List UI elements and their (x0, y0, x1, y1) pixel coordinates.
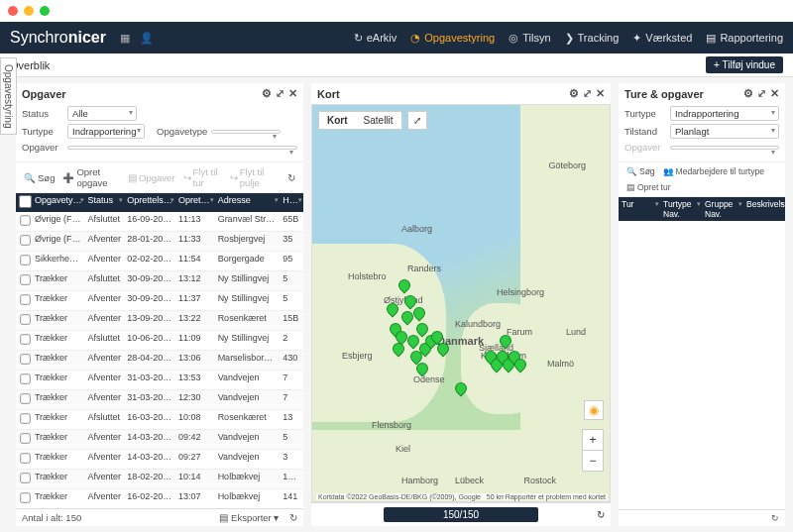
map-attribution-left: Kortdata ©2022 GeoBasis-DE/BKG (©2009), … (316, 493, 508, 500)
r-col-tur[interactable]: Tur (619, 197, 660, 221)
grid-icon[interactable]: ▦ (120, 32, 130, 45)
table-row[interactable]: TrækkerAfventer14-03-202209:42Vandvejen5 (16, 430, 303, 450)
settings-icon[interactable]: ⚙ (569, 87, 579, 100)
zoom-in-button[interactable]: + (583, 430, 603, 451)
ture-panel: Ture & opgaver ⚙ ⤢ ✕ Turtype Indrapporte… (619, 83, 785, 526)
nav-værksted[interactable]: ✦Værksted (632, 32, 692, 45)
r-assign-button[interactable]: 👥 Medarbejdere til turtype (661, 165, 766, 177)
table-row[interactable]: Øvrige (Foreb.Afventer28-01-202211:33Ros… (16, 232, 303, 252)
table-row[interactable]: TrækkerAfventer18-02-202210:14Holbækvej1… (16, 470, 303, 489)
r-turtype-select[interactable]: Indrapportering (670, 106, 779, 121)
label-lund: Lund (566, 327, 586, 337)
opgaver-select[interactable] (67, 146, 297, 150)
refresh-footer-icon[interactable]: ↻ (289, 512, 297, 523)
satellite-mode-button[interactable]: Satellit (356, 112, 401, 129)
close-icon[interactable]: ✕ (288, 87, 297, 100)
add-window-button[interactable]: + Tilføj vindue (706, 56, 783, 73)
row-checkbox[interactable] (20, 473, 30, 482)
row-checkbox[interactable] (20, 492, 30, 502)
row-checkbox[interactable] (20, 294, 30, 304)
turtype-select[interactable]: Indrapportering (67, 124, 145, 139)
table-row[interactable]: TrækkerAfventer16-02-202213:07Holbækvej1… (16, 489, 303, 508)
map-type-switch[interactable]: Kort Satellit (318, 111, 402, 130)
row-checkbox[interactable] (20, 314, 30, 324)
opgavetype-select[interactable] (211, 130, 281, 134)
nav-opgavestyring[interactable]: ◔Opgavestyring (410, 32, 495, 45)
tasks-button[interactable]: ▤ Opgaver (126, 171, 176, 184)
r-refresh-icon[interactable]: ↻ (771, 513, 779, 523)
r-opgaver-select[interactable] (670, 146, 779, 150)
col-opgavetype[interactable]: Opgavetype (32, 193, 85, 212)
row-checkbox[interactable] (20, 413, 30, 423)
create-task-button[interactable]: ➕ Opret opgave (60, 165, 122, 189)
expand-icon[interactable]: ⤢ (757, 87, 766, 100)
zoom-out-button[interactable]: − (583, 451, 603, 471)
row-checkbox[interactable] (20, 235, 30, 245)
refresh-map-icon[interactable]: ↻ (597, 509, 605, 520)
row-checkbox[interactable] (20, 453, 30, 463)
user-icon[interactable]: 👤 (140, 32, 154, 45)
row-checkbox[interactable] (20, 393, 30, 403)
map[interactable]: Kort Satellit ⤢ Danmark Göteborg Malmö A… (311, 104, 611, 502)
expand-icon[interactable]: ⤢ (583, 87, 592, 100)
row-checkbox[interactable] (20, 215, 30, 225)
r-col-gruppe[interactable]: Gruppe Nav. (702, 197, 743, 221)
table-row[interactable]: TrækkerAfventer14-03-202209:27Vandvejen3 (16, 450, 303, 470)
col-time[interactable]: Oprettelses. (175, 193, 215, 212)
maximize-window-icon[interactable] (40, 6, 50, 16)
label-randers: Randers (407, 264, 441, 273)
r-col-besk[interactable]: Beskrivelse (743, 197, 785, 221)
row-checkbox[interactable] (20, 274, 30, 284)
col-address[interactable]: Adresse (215, 193, 281, 212)
close-icon[interactable]: ✕ (596, 87, 605, 100)
refresh-icon[interactable]: ↻ (285, 171, 297, 184)
table-row[interactable]: Øvrige (Foreb.Afsluttet16-09-202211:13Gr… (16, 212, 303, 232)
r-create-tour-button[interactable]: ▤ Opret tur (624, 181, 673, 193)
kort-title: Kort (317, 88, 340, 100)
map-mode-button[interactable]: Kort (319, 112, 356, 129)
table-row[interactable]: Sikkerhedssud.Afventer02-02-202211:54Bor… (16, 252, 303, 271)
table-row[interactable]: TrækkerAfventer31-03-202213:53Vandvejen7 (16, 371, 303, 390)
table-row[interactable]: TrækkerAfsluttet10-06-202211:09Ny Stilli… (16, 331, 303, 351)
move-to-pool-button[interactable]: ↪ Flyt til pulje (228, 165, 278, 189)
table-row[interactable]: TrækkerAfsluttet30-09-202213:12Ny Stilli… (16, 271, 303, 291)
nav-tracking[interactable]: ❯Tracking (565, 32, 620, 45)
row-checkbox[interactable] (20, 433, 30, 443)
side-tab[interactable]: Opgavestyring (0, 57, 17, 135)
col-husnr[interactable]: Husnr. (280, 193, 303, 212)
col-date[interactable]: Oprettelses. (124, 193, 175, 212)
close-icon[interactable]: ✕ (770, 87, 779, 100)
move-to-tour-button[interactable]: ↪ Flyt til tur (181, 165, 224, 189)
nav-rapportering[interactable]: ▤Rapportering (706, 32, 783, 45)
nav-earkiv[interactable]: ↻eArkiv (354, 32, 397, 45)
table-row[interactable]: TrækkerAfventer13-09-202213:22Rosenkæret… (16, 311, 303, 331)
table-row[interactable]: TrækkerAfsluttet16-03-202210:08Rosenkære… (16, 410, 303, 430)
table-row[interactable]: TrækkerAfventer31-03-202212:30Vandvejen7 (16, 390, 303, 410)
table-row[interactable]: TrækkerAfventer30-09-202211:37Ny Stillin… (16, 291, 303, 311)
row-checkbox[interactable] (20, 373, 30, 383)
r-tilstand-select[interactable]: Planlagt (670, 124, 779, 139)
settings-icon[interactable]: ⚙ (262, 87, 272, 100)
search-button[interactable]: 🔍 Søg (22, 171, 57, 184)
export-button[interactable]: ▤ Eksporter ▾ (219, 512, 279, 523)
nav-tilsyn[interactable]: ◎Tilsyn (509, 32, 550, 45)
settings-icon[interactable]: ⚙ (743, 87, 753, 100)
fullscreen-icon[interactable]: ⤢ (407, 111, 427, 130)
status-select[interactable]: Alle (67, 106, 137, 121)
close-window-icon[interactable] (8, 6, 18, 16)
col-status[interactable]: Status (85, 193, 125, 212)
turtype-label: Turtype (22, 126, 63, 137)
table-row[interactable]: TrækkerAfventer28-04-202213:06Marselisbo… (16, 351, 303, 371)
row-checkbox[interactable] (20, 354, 30, 364)
pegman-icon[interactable]: ◉ (584, 400, 604, 420)
row-checkbox[interactable] (20, 255, 30, 265)
expand-icon[interactable]: ⤢ (276, 87, 284, 100)
r-col-turtype[interactable]: Turtype Nav. (660, 197, 702, 221)
row-checkbox[interactable] (20, 334, 30, 344)
label-aalborg: Aalborg (401, 224, 432, 234)
minimize-window-icon[interactable] (24, 6, 34, 16)
r-search-button[interactable]: 🔍 Søg (624, 165, 657, 177)
map-attribution-right[interactable]: Rapportér et problem med kortet (504, 493, 608, 500)
label-odense: Odense (413, 374, 445, 384)
checkbox-header[interactable] (16, 193, 32, 212)
